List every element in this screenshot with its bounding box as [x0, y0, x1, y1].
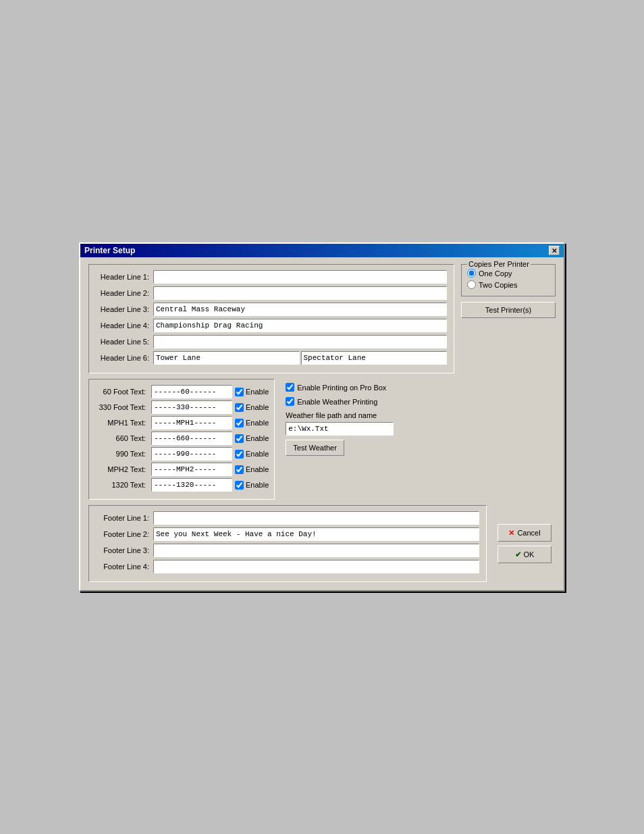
footer-line-4-input[interactable]: [153, 560, 479, 573]
enable-label-0: Enable: [246, 388, 269, 396]
footer-line-4-label: Footer Line 4:: [96, 563, 153, 571]
text-input-3[interactable]: [151, 432, 232, 445]
text-label-3: 660 Text:: [95, 434, 149, 442]
enable-label-4: Enable: [246, 450, 269, 458]
enable-check-1[interactable]: [235, 403, 244, 412]
enable-weather-row: Enable Weather Printing: [286, 397, 552, 406]
header-line-5-row: Header Line 5:: [96, 335, 447, 348]
footer-line-3-label: Footer Line 3:: [96, 546, 153, 554]
footer-line-1-label: Footer Line 1:: [96, 514, 153, 522]
text-field-row-5: MPH2 Text: Enable: [95, 463, 269, 476]
middle-section: 60 Foot Text: Enable 330 Foot Text: Enab…: [88, 379, 556, 500]
action-buttons: ✕ Cancel ✔ OK: [493, 505, 556, 582]
cancel-button[interactable]: ✕ Cancel: [498, 524, 552, 542]
text-label-4: 990 Text:: [95, 450, 149, 458]
header-line-5-input[interactable]: [153, 335, 447, 348]
two-copies-label: Two Copies: [479, 281, 517, 289]
enable-check-0[interactable]: [235, 388, 244, 396]
text-label-5: MPH2 Text:: [95, 465, 149, 473]
enable-check-3[interactable]: [235, 434, 244, 443]
enable-check-6[interactable]: [235, 481, 244, 490]
enable-checkbox-3: Enable: [235, 434, 269, 443]
one-copy-radio[interactable]: [467, 269, 476, 278]
header-line-1-input[interactable]: [153, 270, 447, 284]
text-input-6[interactable]: [151, 478, 232, 492]
enable-pro-box-checkbox[interactable]: [286, 383, 294, 392]
header-line-2-label: Header Line 2:: [96, 289, 153, 297]
close-button[interactable]: ✕: [549, 246, 560, 255]
header-line-6-input-1[interactable]: [153, 351, 300, 365]
ok-check-icon: ✔: [515, 550, 521, 559]
enable-check-5[interactable]: [235, 465, 244, 474]
cancel-x-icon: ✕: [508, 529, 514, 538]
header-line-3-row: Header Line 3:: [96, 303, 447, 316]
dialog-body: Header Line 1: Header Line 2: Header Lin…: [80, 257, 564, 590]
two-copies-radio[interactable]: [467, 280, 476, 289]
enable-label-2: Enable: [246, 419, 269, 427]
footer-line-3-input[interactable]: [153, 544, 479, 557]
header-line-4-row: Header Line 4:: [96, 319, 447, 332]
weather-path-input[interactable]: [286, 422, 394, 436]
cancel-label: Cancel: [517, 529, 540, 537]
enable-checkbox-6: Enable: [235, 481, 269, 490]
text-label-0: 60 Foot Text:: [95, 388, 149, 396]
footer-section: Footer Line 1: Footer Line 2: Footer Lin…: [88, 505, 487, 582]
header-line-4-label: Header Line 4:: [96, 321, 153, 330]
header-line-3-label: Header Line 3:: [96, 305, 153, 313]
text-field-row-0: 60 Foot Text: Enable: [95, 385, 269, 398]
text-field-row-1: 330 Foot Text: Enable: [95, 400, 269, 414]
footer-line-1-row: Footer Line 1:: [96, 511, 479, 525]
copies-group: Copies Per Printer One Copy Two Copies: [461, 264, 556, 296]
header-line-3-input[interactable]: [153, 303, 447, 316]
title-bar: Printer Setup ✕: [80, 244, 564, 257]
copies-legend: Copies Per Printer: [467, 260, 531, 268]
weather-path-label: Weather file path and name: [286, 411, 552, 419]
text-label-2: MPH1 Text:: [95, 419, 149, 427]
enable-checkbox-4: Enable: [235, 450, 269, 459]
text-input-4[interactable]: [151, 447, 232, 461]
text-input-1[interactable]: [151, 400, 232, 414]
header-line-4-input[interactable]: [153, 319, 447, 332]
text-field-row-3: 660 Text: Enable: [95, 432, 269, 445]
footer-line-2-row: Footer Line 2:: [96, 527, 479, 541]
printer-setup-dialog: Printer Setup ✕ Header Line 1: Header Li…: [79, 242, 565, 592]
text-label-1: 330 Foot Text:: [95, 403, 149, 411]
enable-check-2[interactable]: [235, 419, 244, 427]
text-input-0[interactable]: [151, 385, 232, 398]
header-line-6-label: Header Line 6:: [96, 354, 153, 362]
enable-checkbox-1: Enable: [235, 403, 269, 412]
footer-line-2-label: Footer Line 2:: [96, 530, 153, 538]
header-fields-panel: Header Line 1: Header Line 2: Header Lin…: [88, 264, 454, 373]
header-line-2-input[interactable]: [153, 286, 447, 300]
two-copies-row: Two Copies: [467, 280, 549, 289]
enable-check-4[interactable]: [235, 450, 244, 459]
ok-label: OK: [524, 550, 535, 558]
text-fields-panel: 60 Foot Text: Enable 330 Foot Text: Enab…: [88, 379, 275, 500]
right-panel: Enable Printing on Pro Box Enable Weathe…: [281, 379, 556, 500]
copies-panel: Copies Per Printer One Copy Two Copies T…: [461, 264, 556, 379]
test-printer-button[interactable]: Test Printer(s): [461, 302, 556, 318]
footer-line-2-input[interactable]: [153, 527, 479, 541]
one-copy-row: One Copy: [467, 269, 549, 278]
ok-button[interactable]: ✔ OK: [498, 546, 552, 563]
enable-weather-checkbox[interactable]: [286, 397, 294, 406]
footer-line-4-row: Footer Line 4:: [96, 560, 479, 573]
test-weather-button[interactable]: Test Weather: [286, 440, 344, 456]
header-section: Header Line 1: Header Line 2: Header Lin…: [88, 264, 556, 379]
footer-line-1-input[interactable]: [153, 511, 479, 525]
header-line-1-label: Header Line 1:: [96, 273, 153, 281]
header-line-6-input-2[interactable]: [301, 351, 448, 365]
text-field-row-6: 1320 Text: Enable: [95, 478, 269, 492]
text-input-5[interactable]: [151, 463, 232, 476]
enable-checkbox-2: Enable: [235, 419, 269, 427]
header-line-5-label: Header Line 5:: [96, 338, 153, 346]
enable-label-3: Enable: [246, 434, 269, 442]
dialog-title: Printer Setup: [84, 246, 135, 255]
bottom-row: Footer Line 1: Footer Line 2: Footer Lin…: [88, 505, 556, 582]
enable-label-6: Enable: [246, 481, 269, 489]
one-copy-label: One Copy: [479, 269, 512, 278]
text-input-2[interactable]: [151, 416, 232, 429]
weather-group: Enable Weather Printing Weather file pat…: [286, 397, 552, 456]
enable-checkbox-5: Enable: [235, 465, 269, 474]
enable-pro-box-label: Enable Printing on Pro Box: [297, 384, 386, 392]
